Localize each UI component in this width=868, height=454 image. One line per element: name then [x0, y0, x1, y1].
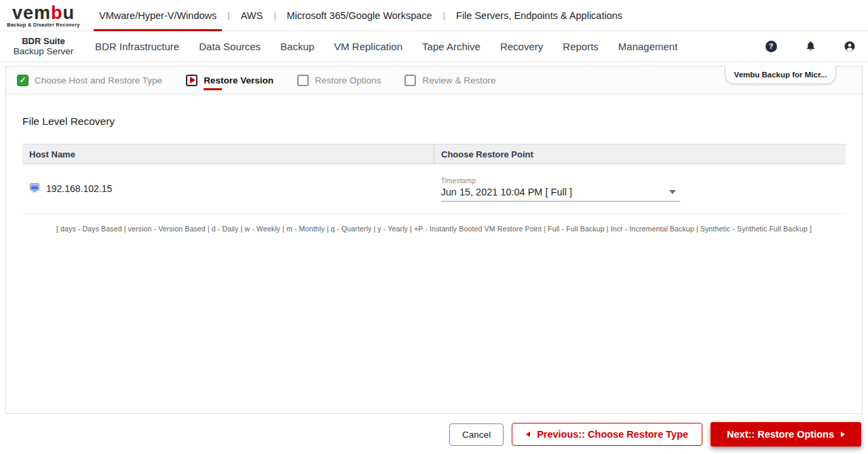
host-name-cell: 192.168.102.15	[22, 164, 434, 213]
page-title: File Level Recovery	[22, 115, 862, 128]
page: vembu Backup & Disaster Recovery VMware/…	[0, 0, 868, 454]
step-completed-check-icon: ✓	[17, 75, 29, 86]
tab-file-servers-endpoints-applications[interactable]: File Servers, Endpoints & Applications	[455, 0, 624, 31]
restore-point-table: Host Name Choose Restore Point 192.1	[22, 144, 846, 214]
product-menu-bar: BDR Suite Backup Server BDR Infrastructu…	[0, 31, 868, 62]
arrow-right-icon	[841, 432, 845, 437]
step-restore-version[interactable]: Restore Version	[186, 75, 273, 86]
cancel-button[interactable]: Cancel	[449, 423, 504, 446]
step-label: Review & Restore	[422, 75, 495, 86]
arrow-left-icon	[526, 432, 530, 437]
wizard-footer: Cancel Previous:: Choose Restore Type Ne…	[449, 422, 861, 447]
toolbar-icons: ?	[765, 40, 856, 52]
corner-tab-vembu-backup-for-microsoft[interactable]: Vembu Backup for Micr...	[725, 66, 836, 84]
server-name: Backup Server	[0, 46, 87, 56]
column-header-choose-restore-point: Choose Restore Point	[434, 145, 846, 164]
column-header-host-name: Host Name	[22, 145, 434, 164]
computer-icon	[29, 183, 40, 195]
top-bar: vembu Backup & Disaster Recovery VMware/…	[0, 0, 868, 31]
logo-part2: u	[63, 3, 75, 23]
step-current-play-icon	[186, 75, 197, 86]
step-label: Restore Options	[315, 75, 381, 86]
menu-backup[interactable]: Backup	[280, 41, 314, 52]
tab-microsoft365-google-workspace[interactable]: Microsoft 365/Google Workspace	[286, 0, 434, 31]
next-button[interactable]: Next:: Restore Options	[711, 422, 861, 447]
main-menu: BDR Infrastructure Data Sources Backup V…	[95, 41, 677, 52]
nav-separator: |	[218, 0, 239, 31]
timestamp-selected-value: Jun 15, 2021 10:04 PM [ Full ]	[441, 187, 572, 197]
restore-point-cell: Timestamp Jun 15, 2021 10:04 PM [ Full ]	[434, 164, 846, 213]
nav-separator: |	[434, 0, 455, 31]
logo-tagline: Backup & Disaster Recovery	[7, 22, 79, 28]
previous-button[interactable]: Previous:: Choose Restore Type	[512, 423, 702, 446]
nav-separator: |	[264, 0, 285, 31]
notifications-bell-icon[interactable]	[804, 40, 816, 52]
menu-management[interactable]: Management	[618, 41, 678, 52]
next-button-label: Next:: Restore Options	[727, 429, 834, 440]
logo-accent: b	[51, 3, 63, 23]
previous-button-label: Previous:: Choose Restore Type	[537, 429, 688, 440]
timestamp-select[interactable]: Timestamp Jun 15, 2021 10:04 PM [ Full ]	[441, 176, 680, 202]
menu-vm-replication[interactable]: VM Replication	[334, 41, 402, 52]
step-choose-host-and-restore-type[interactable]: ✓ Choose Host and Restore Type	[17, 75, 162, 86]
table-header-row: Host Name Choose Restore Point	[22, 144, 846, 164]
host-ip-address: 192.168.102.15	[46, 183, 112, 194]
product-name: BDR Suite Backup Server	[0, 36, 87, 56]
step-pending-checkbox-icon	[404, 75, 416, 86]
menu-bdr-infrastructure[interactable]: BDR Infrastructure	[95, 41, 179, 52]
vembu-logo[interactable]: vembu Backup & Disaster Recovery	[0, 0, 87, 31]
tab-vmware-hyperv-windows[interactable]: VMware/Hyper-V/Windows	[98, 0, 218, 31]
logo-part1: vem	[12, 3, 51, 23]
timestamp-select-label: Timestamp	[441, 176, 680, 185]
menu-data-sources[interactable]: Data Sources	[199, 41, 261, 52]
tab-aws[interactable]: AWS	[240, 0, 265, 31]
step-label: Choose Host and Restore Type	[35, 75, 162, 86]
step-pending-checkbox-icon	[297, 75, 309, 86]
step-restore-options[interactable]: Restore Options	[297, 75, 381, 86]
menu-recovery[interactable]: Recovery	[500, 41, 543, 52]
vembu-logo-text: vembu	[12, 5, 75, 21]
top-navigation: VMware/Hyper-V/Windows | AWS | Microsoft…	[98, 0, 624, 31]
menu-reports[interactable]: Reports	[563, 41, 599, 52]
wizard-panel: ✓ Choose Host and Restore Type Restore V…	[5, 66, 863, 414]
menu-tape-archive[interactable]: Tape Archive	[422, 41, 480, 52]
restore-point-legend: [ days - Days Based | version - Version …	[6, 225, 862, 233]
step-label: Restore Version	[204, 75, 273, 86]
user-account-icon[interactable]	[844, 40, 856, 52]
suite-name: BDR Suite	[0, 36, 87, 46]
help-icon[interactable]: ?	[765, 40, 777, 52]
table-row: 192.168.102.15 Timestamp Jun 15, 2021 10…	[22, 164, 846, 214]
chevron-down-icon[interactable]	[669, 190, 676, 194]
step-review-and-restore[interactable]: Review & Restore	[404, 75, 495, 86]
